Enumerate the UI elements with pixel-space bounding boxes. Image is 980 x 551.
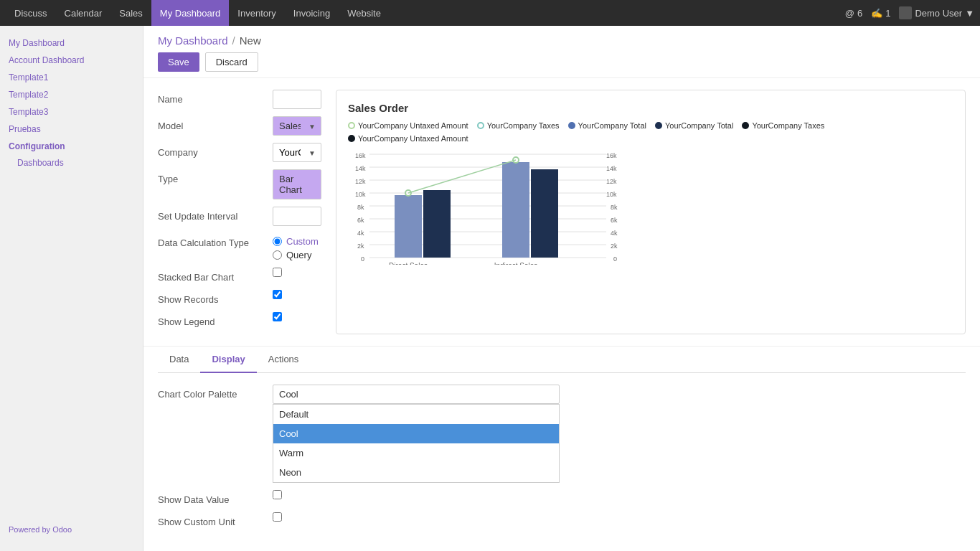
show-legend-control [273, 312, 321, 321]
show-legend-label: Show Legend [158, 312, 273, 327]
bar-chart-svg: 0 2k 4k 6k 8k 10k 12k 14k 16k 0 2k 4k 6k [348, 150, 628, 265]
radio-custom-input[interactable] [273, 237, 282, 246]
tab-actions[interactable]: Actions [257, 347, 311, 373]
svg-text:0: 0 [613, 255, 617, 263]
discard-button[interactable]: Discard [205, 52, 258, 72]
nav-mydashboard[interactable]: My Dashboard [151, 0, 230, 26]
checkbox-stacked-input[interactable] [273, 268, 282, 277]
stacked-bar-control [273, 268, 321, 277]
bar-direct-dark [423, 190, 451, 258]
type-label: Type [158, 169, 273, 184]
sidebar-item-accountdashboard[interactable]: Account Dashboard [0, 52, 143, 69]
footer-brand: Odoo [52, 525, 72, 534]
nav-sales[interactable]: Sales [110, 0, 151, 26]
svg-text:0: 0 [361, 255, 364, 263]
breadcrumb-parent[interactable]: My Dashboard [158, 34, 228, 47]
trend-line [408, 160, 516, 193]
radio-custom[interactable]: Custom [273, 236, 321, 247]
user-label: Demo User [915, 8, 962, 19]
dropdown-option-neon[interactable]: Neon [273, 463, 559, 482]
radio-query-input[interactable] [273, 250, 282, 260]
legend-label-3: YourCompany Total [665, 121, 733, 130]
svg-text:4k: 4k [357, 230, 364, 237]
nav-items-left: Discuss Calendar Sales My Dashboard Inve… [6, 0, 390, 26]
legend-label-2: YourCompany Total [578, 121, 646, 130]
company-label: Company [158, 143, 273, 158]
form-row-name: Name [158, 90, 321, 109]
legend-label-5: YourCompany Untaxed Amount [358, 134, 468, 143]
chart-svg-container: 0 2k 4k 6k 8k 10k 12k 14k 16k 0 2k 4k 6k [348, 150, 953, 267]
update-interval-input[interactable] [273, 207, 321, 226]
form-row-data-calc: Data Calculation Type Custom Query [158, 233, 321, 260]
svg-text:2k: 2k [611, 242, 618, 250]
sidebar-item-mydashboard[interactable]: My Dashboard [0, 34, 143, 52]
color-palette-dropdown-list: Default Cool Warm Neon [273, 404, 560, 483]
form-section: Name Model Sales Order ▼ [158, 90, 321, 334]
form-row-update-interval: Set Update Interval [158, 207, 321, 226]
checkbox-stacked[interactable] [273, 268, 321, 277]
checkbox-show-records[interactable] [273, 290, 321, 299]
tab-data[interactable]: Data [158, 347, 200, 373]
checkbox-show-data-value[interactable] [273, 490, 560, 499]
tab-display[interactable]: Display [200, 347, 256, 373]
sidebar-item-template1[interactable]: Template1 [0, 69, 143, 86]
name-input[interactable] [273, 90, 321, 109]
sidebar-item-dashboards[interactable]: Dashboards [0, 155, 143, 171]
breadcrumb-separator: / [232, 34, 235, 47]
update-interval-control [273, 207, 321, 226]
dropdown-option-default[interactable]: Default [273, 405, 559, 424]
footer-text: Powered by [9, 525, 52, 534]
model-label: Model [158, 116, 273, 131]
notifications-badge[interactable]: @ 6 [845, 8, 862, 19]
model-select[interactable]: Sales Order [273, 116, 321, 136]
name-label: Name [158, 90, 273, 105]
nav-calendar[interactable]: Calendar [56, 0, 111, 26]
checkbox-show-custom-unit-input[interactable] [273, 512, 282, 522]
chevron-down-icon: ▼ [965, 8, 974, 19]
tabs-bar: Data Display Actions [158, 347, 966, 373]
color-palette-dropdown-trigger[interactable]: Cool [273, 385, 560, 404]
show-custom-unit-label: Show Custom Unit [158, 512, 273, 527]
page-header: My Dashboard / New Save Discard [143, 26, 980, 78]
nav-inventory[interactable]: Inventory [229, 0, 284, 26]
dropdown-option-cool[interactable]: Cool [273, 424, 559, 443]
svg-text:12k: 12k [606, 178, 617, 185]
color-palette-label: Chart Color Palette [158, 385, 273, 400]
checkbox-show-custom-unit[interactable] [273, 512, 560, 522]
legend-label-0: YourCompany Untaxed Amount [358, 121, 468, 130]
save-button[interactable]: Save [158, 52, 199, 72]
radio-query[interactable]: Query [273, 250, 321, 260]
checkbox-show-records-input[interactable] [273, 290, 282, 299]
legend-item-4: YourCompany Taxes [742, 121, 824, 130]
messages-badge[interactable]: ✍ 1 [871, 8, 890, 19]
stacked-bar-label: Stacked Bar Chart [158, 268, 273, 283]
nav-website[interactable]: Website [339, 0, 390, 26]
user-avatar [899, 6, 912, 19]
form-row-show-legend: Show Legend [158, 312, 321, 327]
breadcrumb: My Dashboard / New [158, 34, 966, 47]
sidebar-item-template3[interactable]: Template3 [0, 103, 143, 121]
legend-item-1: YourCompany Taxes [477, 121, 560, 130]
legend-item-3: YourCompany Total [655, 121, 733, 130]
sidebar-item-pruebas[interactable]: Pruebas [0, 121, 143, 138]
checkbox-show-data-value-input[interactable] [273, 490, 282, 499]
checkbox-show-legend-input[interactable] [273, 312, 282, 321]
breadcrumb-current: New [240, 34, 261, 47]
checkbox-show-legend[interactable] [273, 312, 321, 321]
header-actions: Save Discard [158, 52, 966, 72]
radio-group-data-calc: Custom Query [273, 233, 321, 260]
svg-text:14k: 14k [355, 165, 366, 172]
show-data-value-control [273, 490, 560, 499]
company-select[interactable]: YourCompany [273, 143, 321, 162]
svg-text:12k: 12k [355, 178, 366, 185]
dropdown-option-warm[interactable]: Warm [273, 443, 559, 463]
svg-text:2k: 2k [357, 242, 364, 250]
nav-discuss[interactable]: Discuss [6, 0, 56, 26]
sidebar-item-template2[interactable]: Template2 [0, 86, 143, 103]
legend-dot-0 [348, 122, 355, 129]
sidebar-footer: Powered by Odoo [0, 517, 143, 542]
user-menu[interactable]: Demo User ▼ [899, 6, 974, 19]
bell-icon: @ [845, 8, 854, 19]
nav-invoicing[interactable]: Invoicing [285, 0, 339, 26]
radio-custom-label: Custom [286, 236, 319, 247]
